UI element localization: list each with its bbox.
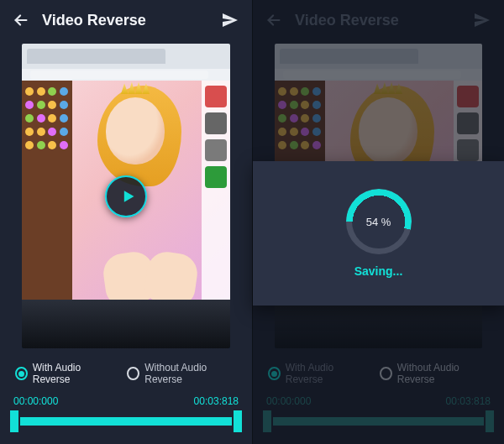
trim-slider: [253, 409, 504, 444]
radio-on-icon: [15, 367, 28, 380]
radio-with-audio[interactable]: With Audio Reverse: [15, 362, 112, 385]
time-start: 00:00:000: [266, 395, 311, 407]
screenshot-root: Video Reverse: [0, 0, 504, 444]
trim-handle-right[interactable]: [234, 410, 242, 432]
audio-options: With Audio Reverse Without Audio Reverse: [0, 355, 252, 389]
audio-options: With Audio Reverse Without Audio Reverse: [253, 355, 504, 389]
video-reverse-screen: Video Reverse: [0, 0, 252, 444]
time-start: 00:00:000: [13, 395, 58, 407]
trim-track: [273, 417, 484, 426]
time-range-labels: 00:00:000 00:03:818: [0, 389, 252, 409]
page-title: Video Reverse: [295, 12, 460, 29]
page-title: Video Reverse: [42, 12, 208, 29]
time-end: 00:03:818: [194, 395, 239, 407]
radio-label: With Audio Reverse: [33, 362, 113, 385]
back-arrow-icon[interactable]: [12, 11, 30, 29]
app-header: Video Reverse: [0, 0, 252, 40]
radio-without-audio[interactable]: Without Audio Reverse: [127, 362, 237, 385]
play-button[interactable]: [105, 175, 147, 217]
radio-label: Without Audio Reverse: [397, 362, 489, 385]
progress-percent: 54 %: [346, 189, 412, 254]
trim-handle-left[interactable]: [10, 410, 18, 432]
video-reverse-screen-saving: Video Reverse: [252, 0, 504, 444]
trim-slider[interactable]: [0, 409, 252, 444]
saving-modal: 54 % Saving...: [253, 161, 504, 306]
trim-handle-left: [263, 410, 271, 432]
video-preview[interactable]: [22, 44, 230, 348]
saving-status: Saving...: [354, 264, 403, 278]
trim-handle-right: [486, 410, 494, 432]
proceed-icon[interactable]: [220, 10, 240, 30]
time-end: 00:03:818: [446, 395, 491, 407]
radio-off-icon: [380, 367, 392, 380]
time-range-labels: 00:00:000 00:03:818: [253, 389, 504, 409]
app-header: Video Reverse: [253, 0, 504, 40]
proceed-icon: [472, 10, 492, 30]
radio-without-audio: Without Audio Reverse: [380, 362, 489, 385]
radio-label: With Audio Reverse: [286, 362, 365, 385]
trim-track: [20, 417, 232, 426]
progress-ring: 54 %: [346, 189, 412, 254]
radio-label: Without Audio Reverse: [144, 362, 237, 385]
radio-with-audio: With Audio Reverse: [268, 362, 365, 385]
back-arrow-icon: [265, 11, 283, 29]
radio-off-icon: [127, 367, 139, 380]
radio-on-icon: [268, 367, 281, 380]
